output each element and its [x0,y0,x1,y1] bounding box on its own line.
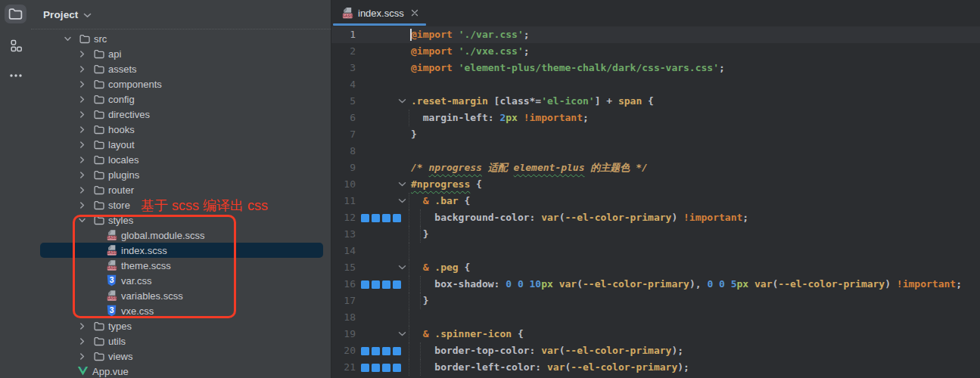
color-preview-chips[interactable] [361,280,401,289]
color-chip[interactable] [393,280,401,289]
code-line-7[interactable]: 7} [331,126,980,143]
code-line-12[interactable]: 12 background-color: var(--el-color-prim… [331,209,980,226]
fold-chevron-icon[interactable] [398,98,407,104]
tree-item-utils[interactable]: utils [31,333,331,349]
code-line-3[interactable]: 3@import 'element-plus/theme-chalk/dark/… [331,60,980,76]
folder-icon [94,64,104,74]
code-line-1[interactable]: 1@import './var.css'; [331,26,980,43]
tree-item-index-scss[interactable]: SASSindex.scss [31,243,331,258]
tree-item-app-vue[interactable]: App.vue [31,364,331,378]
tree-item-config[interactable]: config [31,91,331,107]
tree-item-var-css[interactable]: 3var.css [31,273,331,288]
sass-file-icon: SASS [106,290,117,302]
code-area[interactable]: 1@import './var.css';2@import './vxe.css… [331,26,980,376]
color-chip[interactable] [372,214,380,222]
code-line-18[interactable]: 18 [331,309,980,326]
color-chip[interactable] [361,364,369,372]
code-line-8[interactable]: 8 [331,143,980,160]
tree-item-components[interactable]: components [31,76,331,91]
indent-guide [409,226,409,243]
project-tool-button[interactable] [5,5,26,23]
indent-guide [409,110,409,126]
line-number: 3 [331,60,356,76]
color-chip[interactable] [372,347,380,355]
code-line-2[interactable]: 2@import './vxe.css'; [331,43,980,60]
code-line-21[interactable]: 21 border-left-color: var(--el-color-pri… [331,359,980,376]
tree-item-layout[interactable]: layout [31,137,331,152]
sass-file-icon: SASS [106,229,117,241]
folder-icon [94,321,104,331]
tree-item-views[interactable]: views [31,349,331,364]
tree-item-variables-scss[interactable]: SASSvariables.scss [31,288,331,303]
folder-icon [94,185,104,195]
tree-item-types[interactable]: types [31,318,331,333]
code-line-4[interactable]: 4 [331,76,980,93]
tree-item-directives[interactable]: directives [31,107,331,122]
color-chip[interactable] [382,214,390,222]
selected-row-highlight [40,243,323,258]
tab-close-icon[interactable] [411,9,418,17]
folder-icon [94,155,104,165]
code-line-14[interactable]: 14 [331,243,980,259]
code-line-9[interactable]: 9/* nprogress 适配 element-plus 的主题色 */ [331,160,980,176]
code-text: @import './vxe.css'; [411,43,530,60]
color-chip[interactable] [361,280,369,289]
tab-label: index.scss [358,8,404,19]
color-chip[interactable] [382,347,390,355]
line-number: 16 [331,276,356,293]
color-chip[interactable] [382,364,390,372]
tree-item-label: vxe.css [120,305,154,317]
tree-item-theme-scss[interactable]: SASStheme.scss [31,258,331,273]
code-line-6[interactable]: 6 margin-left: 2px !important; [331,110,980,126]
active-tab-underline [333,23,426,26]
tree-item-label: global.module.scss [120,230,205,241]
tree-item-api[interactable]: api [31,46,331,61]
structure-tool-button[interactable] [5,36,26,55]
color-chip[interactable] [372,364,380,372]
color-chip[interactable] [361,347,369,355]
tree-item-src[interactable]: src [31,31,331,46]
more-tools-button[interactable] [5,66,26,85]
tree-item-locales[interactable]: locales [31,152,331,167]
color-chip[interactable] [361,214,369,222]
fold-chevron-icon[interactable] [398,198,407,204]
fold-chevron-icon[interactable] [398,331,407,337]
fold-chevron-icon[interactable] [398,181,407,187]
tab-index-scss[interactable]: SASS index.scss [333,0,426,26]
color-chip[interactable] [372,280,380,289]
color-preview-chips[interactable] [361,347,401,355]
color-chip[interactable] [382,280,390,289]
code-line-11[interactable]: 11 & .bar { [331,193,980,209]
tree-item-vxe-css[interactable]: 3vxe.css [31,303,331,318]
color-chip[interactable] [393,214,401,222]
tree-item-styles[interactable]: styles [31,212,331,228]
tree-item-router[interactable]: router [31,182,331,197]
code-line-10[interactable]: 10#nprogress { [331,176,980,193]
code-line-15[interactable]: 15 & .peg { [331,259,980,276]
tree-item-assets[interactable]: assets [31,61,331,76]
color-chip[interactable] [393,364,401,372]
tree-item-label: var.css [120,275,151,287]
tree-item-label: theme.scss [120,260,171,271]
project-panel-header[interactable]: Project [31,0,331,29]
code-line-5[interactable]: 5.reset-margin [class*='el-icon'] + span… [331,93,980,110]
code-line-19[interactable]: 19 & .spinner-icon { [331,326,980,342]
chevron-down-icon [78,216,86,225]
color-preview-chips[interactable] [361,364,401,372]
code-line-20[interactable]: 20 border-top-color: var(--el-color-prim… [331,342,980,359]
code-line-17[interactable]: 17 } [331,293,980,309]
tree-item-plugins[interactable]: plugins [31,167,331,182]
tree-item-label: components [107,79,162,90]
tree-item-global-module-scss[interactable]: SASSglobal.module.scss [31,228,331,243]
folder-icon [94,336,104,346]
code-line-13[interactable]: 13 } [331,226,980,243]
color-preview-chips[interactable] [361,214,401,222]
svg-text:SASS: SASS [107,266,117,270]
fold-chevron-icon[interactable] [398,265,407,271]
code-line-16[interactable]: 16 box-shadow: 0 0 10px var(--el-color-p… [331,276,980,293]
code-text: box-shadow: 0 0 10px var(--el-color-prim… [411,276,962,293]
color-chip[interactable] [393,347,401,355]
indent-guide [409,293,409,309]
svg-text:SASS: SASS [342,14,353,18]
tree-item-hooks[interactable]: hooks [31,122,331,137]
